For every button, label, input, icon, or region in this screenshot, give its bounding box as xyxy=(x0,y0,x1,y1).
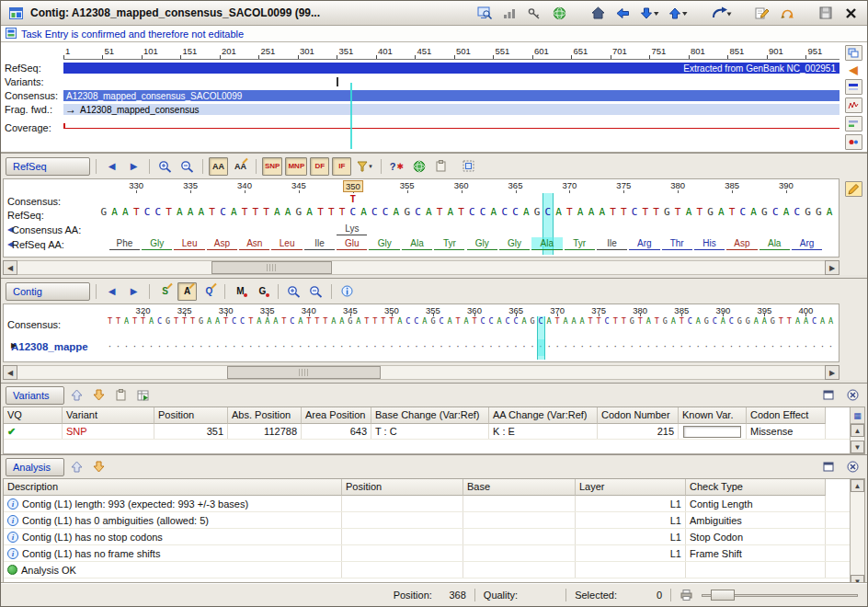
home-icon[interactable] xyxy=(588,5,607,21)
scroll-right-button[interactable]: ▶ xyxy=(825,260,839,275)
printer-icon[interactable] xyxy=(680,589,693,602)
overview-options-button[interactable] xyxy=(845,45,862,61)
key-icon[interactable] xyxy=(525,5,543,21)
snp-toggle[interactable]: SNP xyxy=(262,157,282,176)
tab-refseq[interactable]: RefSeq xyxy=(6,157,90,176)
df-toggle[interactable]: DF xyxy=(310,157,329,176)
zoom-in-button[interactable] xyxy=(155,157,175,176)
scroll-left-button[interactable]: ◀ xyxy=(3,365,17,380)
refseq-hscrollbar[interactable]: ◀ ▶ xyxy=(3,260,839,275)
analysis-row[interactable]: iContig (L1) length: 993 (expected: 993 … xyxy=(4,496,850,512)
gap-button[interactable]: G xyxy=(253,282,272,301)
known-var-field[interactable] xyxy=(683,426,741,438)
copy-button[interactable] xyxy=(431,157,451,176)
analysis-close-button[interactable] xyxy=(843,458,862,476)
help-button[interactable]: ?✱ xyxy=(387,157,406,176)
variants-up-button[interactable] xyxy=(67,386,86,405)
overview-frag-bar[interactable]: →A12308_mapped_consensus xyxy=(63,104,839,115)
contig-hscrollbar[interactable]: ◀ ▶ xyxy=(3,365,839,380)
variants-vscrollbar[interactable]: ▦ ▲ ▼ xyxy=(850,407,864,453)
column-header-area-position[interactable]: Area Position xyxy=(302,407,371,424)
scroll-thumb[interactable] xyxy=(227,366,381,379)
analysis-row[interactable]: iContig (L1) has 0 ambiguities (allowed:… xyxy=(4,512,850,529)
zoom-slider[interactable] xyxy=(702,588,858,602)
read-row[interactable]: ········································… xyxy=(106,339,835,356)
connection-icon[interactable] xyxy=(500,5,519,21)
zoom-out-button[interactable] xyxy=(177,157,197,176)
variants-copy-button[interactable] xyxy=(111,386,131,405)
column-header-variant[interactable]: Variant xyxy=(63,407,154,424)
scroll-up-button[interactable]: ▲ xyxy=(851,424,864,437)
overview-consensus-bar[interactable]: A12308_mapped_consensus_SACOL0099 xyxy=(63,90,839,101)
analysis-row[interactable]: iContig (L1) has no stop codonsL1Stop Co… xyxy=(4,529,850,545)
sequence-mode-button[interactable]: S xyxy=(155,282,175,301)
prev-variant-icon[interactable] xyxy=(667,5,689,21)
mismatch-button[interactable]: M xyxy=(231,282,250,301)
edit-task-icon[interactable] xyxy=(753,5,771,21)
analysis-row[interactable]: iContig (L1) has no frame shiftsL1Frame … xyxy=(4,545,850,562)
analysis-vscrollbar[interactable]: ▲ ▼ xyxy=(850,479,864,588)
column-header-vq[interactable]: VQ xyxy=(4,407,63,424)
edit-aa-button[interactable]: AA xyxy=(231,157,250,176)
save-icon[interactable] xyxy=(817,5,835,21)
mnp-toggle[interactable]: MNP xyxy=(285,157,307,176)
overview-refseq-bar[interactable]: Extracted from GenBank NC_002951 xyxy=(63,63,839,74)
copy-region-button[interactable] xyxy=(459,157,478,176)
contig-sequence-view[interactable]: Consensus: A12308_mappe▶ 320325330335340… xyxy=(3,304,839,362)
contig-prev-button[interactable]: ◀ xyxy=(102,282,121,301)
analysis-down-button[interactable] xyxy=(89,458,108,476)
column-header-position[interactable]: Position xyxy=(342,479,463,496)
column-header-aa-change-var-ref-[interactable]: AA Change (Var:Ref) xyxy=(489,407,598,424)
column-header-abs-position[interactable]: Abs. Position xyxy=(228,407,302,424)
variant-row[interactable]: ✔SNP351112788643T : CK : E215Missense xyxy=(4,424,850,440)
refseq-track-button[interactable] xyxy=(845,79,862,95)
marker-track-button[interactable] xyxy=(845,134,862,150)
analysis-up-button[interactable] xyxy=(67,458,86,476)
online-db-button[interactable] xyxy=(409,157,428,176)
tab-variants[interactable]: Variants xyxy=(6,386,64,405)
edit-mode-button[interactable] xyxy=(845,181,862,197)
refseq-sequence-view[interactable]: Consensus: RefSeq: ◀ Consensus AA: ◀ Ref… xyxy=(3,178,839,258)
slider-thumb[interactable] xyxy=(711,590,735,601)
analysis-detach-button[interactable] xyxy=(818,458,838,476)
scroll-thumb[interactable] xyxy=(211,261,333,274)
log-search-icon[interactable] xyxy=(475,5,494,21)
scroll-track[interactable] xyxy=(851,492,864,575)
overview-variants-track[interactable] xyxy=(63,76,839,87)
contig-zoom-in-button[interactable] xyxy=(284,282,303,301)
tab-contig[interactable]: Contig xyxy=(6,282,90,301)
variant-filter-button[interactable]: ▾ xyxy=(354,157,375,176)
column-header-base[interactable]: Base xyxy=(463,479,576,496)
reopen-task-icon[interactable] xyxy=(778,5,796,21)
column-header-codon-number[interactable]: Codon Number xyxy=(598,407,679,424)
column-header-check-type[interactable]: Check Type xyxy=(686,479,826,496)
next-variant-icon[interactable] xyxy=(638,5,660,21)
variants-detach-button[interactable] xyxy=(818,386,838,405)
analysis-row[interactable]: Analysis OK xyxy=(4,562,850,578)
refseq-next-button[interactable]: ▶ xyxy=(124,157,143,176)
quality-mode-button[interactable]: Q xyxy=(200,282,219,301)
variants-close-button[interactable] xyxy=(843,386,862,405)
show-aa-toggle[interactable]: AA xyxy=(209,157,228,176)
scroll-left-button[interactable]: ◀ xyxy=(3,260,17,275)
if-toggle[interactable]: IF xyxy=(332,157,351,176)
refseq-prev-button[interactable]: ◀ xyxy=(102,157,121,176)
back-icon[interactable] xyxy=(613,5,632,21)
column-header-layer[interactable]: Layer xyxy=(576,479,686,496)
variants-down-button[interactable] xyxy=(89,386,108,405)
tab-analysis[interactable]: Analysis xyxy=(6,458,64,476)
contig-zoom-out-button[interactable] xyxy=(306,282,326,301)
goto-icon[interactable] xyxy=(709,5,733,21)
column-header-position[interactable]: Position xyxy=(154,407,228,424)
column-header-description[interactable]: Description xyxy=(4,479,342,496)
column-header-codon-effect[interactable]: Codon Effect xyxy=(747,407,826,424)
scroll-right-button[interactable]: ▶ xyxy=(825,365,839,380)
column-header-known-var-[interactable]: Known Var. xyxy=(679,407,747,424)
web-icon[interactable] xyxy=(550,5,568,21)
close-icon[interactable] xyxy=(841,5,860,21)
info-button[interactable] xyxy=(337,282,357,301)
column-header-base-change-var-ref-[interactable]: Base Change (Var:Ref) xyxy=(371,407,489,424)
scroll-down-button[interactable]: ▼ xyxy=(851,441,864,453)
scroll-up-button[interactable]: ▲ xyxy=(851,479,864,492)
column-config-button[interactable]: ▦ xyxy=(851,407,864,424)
